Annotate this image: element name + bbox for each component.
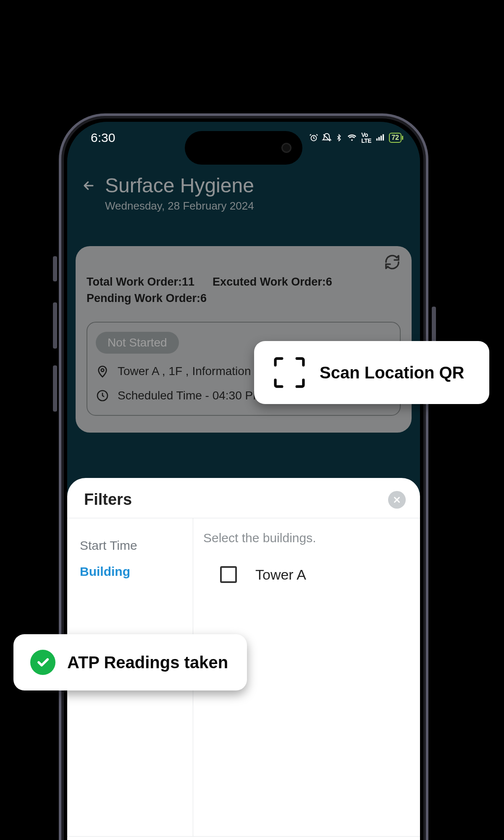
dnd-icon: [322, 133, 332, 143]
scan-location-qr-label: Scan Location QR: [320, 363, 465, 382]
dynamic-island: [185, 131, 302, 165]
atp-readings-callout: ATP Readings taken: [13, 634, 247, 690]
filter-actions: Reset Apply: [67, 836, 420, 840]
battery-icon: 72: [389, 133, 402, 143]
status-time: 6:30: [91, 131, 115, 145]
signal-icon: [375, 134, 386, 142]
device-side-button: [53, 256, 57, 281]
close-filters-button[interactable]: [388, 491, 406, 509]
filter-option-tower-a[interactable]: Tower A: [203, 562, 412, 587]
svg-rect-1: [376, 139, 378, 141]
wifi-icon: [346, 133, 358, 142]
alarm-icon: [309, 133, 318, 142]
filter-category-start-time[interactable]: Start Time: [80, 533, 193, 559]
bluetooth-icon: [335, 133, 343, 143]
filter-options-hint: Select the buildings.: [203, 531, 412, 545]
filters-header: Filters: [67, 478, 420, 518]
front-camera: [281, 143, 291, 153]
status-icons: VoLTE 72: [309, 132, 402, 144]
filter-category-building[interactable]: Building: [80, 559, 193, 585]
check-circle-icon: [30, 650, 55, 675]
svg-rect-4: [383, 134, 384, 141]
atp-readings-label: ATP Readings taken: [67, 653, 228, 672]
scan-location-qr-callout[interactable]: Scan Location QR: [254, 341, 489, 404]
filters-title: Filters: [84, 491, 132, 509]
network-type-icon: VoLTE: [361, 132, 371, 144]
filter-option-label: Tower A: [255, 567, 306, 583]
scan-qr-icon: [271, 354, 308, 391]
svg-rect-3: [381, 136, 382, 141]
phone-screen: 6:30 VoLTE 72 Surface Hygiene: [67, 122, 420, 840]
close-icon: [392, 495, 402, 504]
device-volume-down-button: [53, 365, 57, 412]
checkbox-icon[interactable]: [220, 566, 237, 583]
phone-device-frame: 6:30 VoLTE 72 Surface Hygiene: [59, 113, 428, 840]
device-volume-up-button: [53, 302, 57, 349]
svg-rect-2: [378, 137, 380, 140]
battery-level: 72: [391, 134, 399, 141]
